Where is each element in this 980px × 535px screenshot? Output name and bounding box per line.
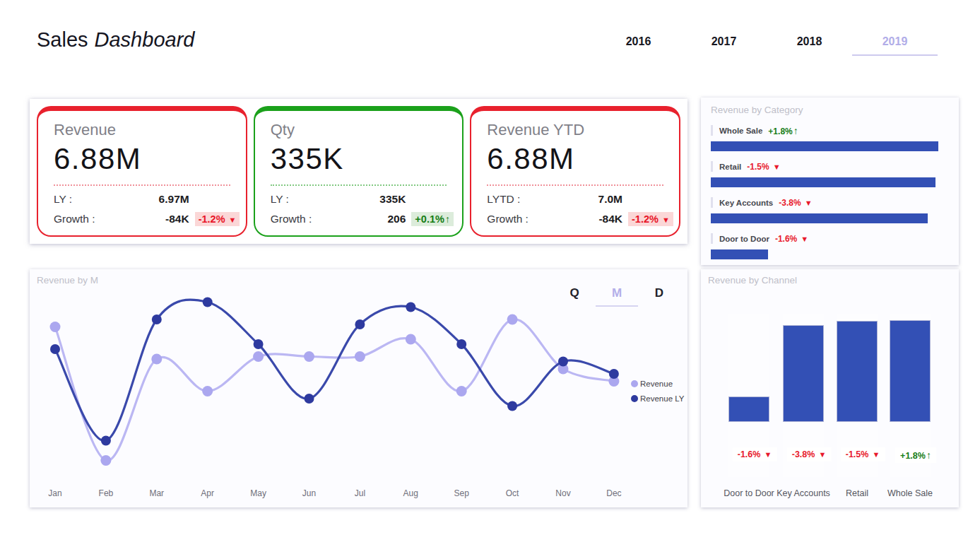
- down-triangle-icon: ▼: [872, 450, 880, 459]
- growth-badge: +1.8%↑: [895, 447, 936, 463]
- revenue-ly-point-apr[interactable]: [203, 298, 213, 307]
- kpi-row-value: 6.97M: [119, 193, 189, 206]
- category-bar-door-to-door[interactable]: [711, 249, 768, 259]
- growth-badge: -1.5%▼: [841, 447, 885, 461]
- x-axis-label-mar: Mar: [136, 488, 178, 498]
- category-bar-retail[interactable]: [711, 177, 935, 187]
- revenue-by-category-panel: Revenue by Category Whole Sale+1.8%↑Reta…: [701, 98, 959, 265]
- down-triangle-icon: ▼: [229, 216, 237, 224]
- revenue-ly-point-jun[interactable]: [305, 394, 314, 404]
- growth-badge: +0.1%↑: [411, 212, 454, 226]
- year-tab-2016[interactable]: 2016: [596, 35, 681, 56]
- category-bar-key-accounts[interactable]: [711, 213, 928, 223]
- kpi-value: 335K: [271, 142, 447, 176]
- revenue-ly-line: [55, 300, 614, 441]
- kpi-row-label: Growth :: [271, 213, 336, 225]
- channel-bar-key-accounts[interactable]: [783, 325, 824, 422]
- revenue-ly-point-aug[interactable]: [406, 302, 415, 312]
- kpi-row-growth-: Growth :-84K-1.2%▼: [487, 212, 663, 226]
- legend-dot-icon: [631, 395, 638, 402]
- revenue-point-feb[interactable]: [100, 455, 111, 466]
- category-row-whole-sale: Whole Sale+1.8%↑: [711, 125, 949, 151]
- kpi-row-value: 335K: [336, 193, 406, 206]
- category-bar-whole-sale[interactable]: [711, 141, 938, 151]
- x-axis-label-nov: Nov: [542, 488, 584, 498]
- down-triangle-icon: ▼: [764, 450, 772, 459]
- revenue-point-mar[interactable]: [151, 354, 162, 365]
- category-label: Key Accounts: [719, 199, 773, 207]
- kpi-card-revenue: Revenue6.88MLY :6.97MGrowth :-84K-1.2%▼: [37, 106, 247, 237]
- revenue-point-apr[interactable]: [202, 386, 213, 396]
- channel-bar-door-to-door[interactable]: [728, 396, 769, 422]
- kpi-row-value: 7.0M: [552, 193, 622, 206]
- year-tab-2018[interactable]: 2018: [767, 35, 852, 56]
- channel-column-retail: -1.5%▼: [837, 314, 878, 477]
- down-triangle-icon: ▼: [773, 163, 781, 171]
- year-tab-2019[interactable]: 2019: [852, 35, 938, 56]
- channel-bar-retail[interactable]: [837, 321, 878, 422]
- category-label-row: Door to Door-1.6%▼: [711, 233, 949, 244]
- page-title: SalesDashboard: [37, 28, 194, 52]
- down-triangle-icon: ▼: [818, 450, 826, 459]
- channel-bar-whole-sale[interactable]: [890, 320, 931, 422]
- growth-badge: -3.8%▼: [787, 447, 832, 461]
- year-tab-2017[interactable]: 2017: [681, 35, 767, 56]
- revenue-ly-point-nov[interactable]: [558, 357, 568, 367]
- revenue-point-sep[interactable]: [456, 386, 467, 396]
- revenue-point-may[interactable]: [253, 351, 264, 362]
- kpi-title: Revenue: [54, 121, 230, 139]
- legend-dot-icon: [631, 380, 638, 387]
- revenue-ly-point-sep[interactable]: [456, 339, 466, 349]
- category-bars: Whole Sale+1.8%↑Retail-1.5%▼Key Accounts…: [711, 125, 949, 259]
- kpi-row-ly-: LY :6.97M: [54, 193, 230, 206]
- revenue-ly-point-mar[interactable]: [152, 314, 162, 324]
- kpi-card-qty: Qty335KLY :335KGrowth :206+0.1%↑: [254, 106, 464, 237]
- kpi-value: 6.88M: [54, 142, 230, 176]
- revenue-point-oct[interactable]: [507, 314, 518, 325]
- category-row-door-to-door: Door to Door-1.6%▼: [711, 233, 949, 259]
- revenue-point-jan[interactable]: [50, 322, 61, 332]
- revenue-line: [55, 319, 614, 461]
- channel-panel-title: Revenue by Channel: [708, 275, 797, 286]
- revenue-ly-point-jan[interactable]: [50, 344, 60, 354]
- channel-label-whole-sale: Whole Sale: [875, 488, 945, 498]
- up-arrow-icon: ↑: [445, 213, 450, 225]
- growth-badge: -1.6%▼: [775, 234, 808, 244]
- x-axis-label-aug: Aug: [389, 488, 432, 498]
- kpi-title: Qty: [271, 121, 447, 139]
- legend-item-revenue-ly[interactable]: Revenue LY: [631, 394, 684, 403]
- x-axis-label-oct: Oct: [491, 488, 533, 498]
- kpi-card-revenue-ytd: Revenue YTD6.88MLYTD :7.0MGrowth :-84K-1…: [470, 106, 680, 237]
- category-label: Retail: [719, 163, 741, 171]
- x-axis-label-jan: Jan: [34, 488, 76, 498]
- x-axis-label-feb: Feb: [85, 488, 127, 498]
- revenue-line-chart: [30, 269, 687, 507]
- x-axis-label-sep: Sep: [440, 488, 483, 498]
- growth-badge: -1.2%▼: [195, 212, 240, 226]
- revenue-point-jul[interactable]: [355, 351, 365, 362]
- revenue-point-jun[interactable]: [304, 351, 314, 362]
- kpi-row-label: LY :: [54, 193, 119, 206]
- down-triangle-icon: ▼: [805, 199, 813, 207]
- channel-column-key-accounts: -3.8%▼: [783, 314, 824, 477]
- revenue-ly-point-feb[interactable]: [101, 436, 111, 446]
- growth-badge: -1.5%▼: [747, 162, 780, 172]
- growth-badge: -1.6%▼: [733, 447, 777, 461]
- revenue-by-channel-panel: Revenue by Channel -1.6%▼Door to Door-3.…: [701, 269, 959, 507]
- kpi-row-value: -84K: [119, 213, 189, 225]
- revenue-ly-point-dec[interactable]: [609, 369, 619, 379]
- legend-item-revenue[interactable]: Revenue: [631, 380, 684, 388]
- category-row-retail: Retail-1.5%▼: [711, 161, 949, 187]
- revenue-ly-point-oct[interactable]: [507, 401, 517, 411]
- category-label: Door to Door: [719, 235, 769, 243]
- category-panel-title: Revenue by Category: [711, 105, 949, 115]
- kpi-row-label: LYTD :: [487, 193, 552, 206]
- kpi-title: Revenue YTD: [487, 121, 663, 139]
- kpi-row-lytd-: LYTD :7.0M: [487, 193, 663, 206]
- page-title-regular: Sales: [37, 28, 88, 51]
- kpi-row-growth-: Growth :206+0.1%↑: [271, 212, 447, 226]
- revenue-point-aug[interactable]: [406, 334, 416, 345]
- up-arrow-icon: ↑: [793, 125, 798, 136]
- revenue-ly-point-may[interactable]: [254, 339, 264, 349]
- revenue-ly-point-jul[interactable]: [355, 319, 365, 329]
